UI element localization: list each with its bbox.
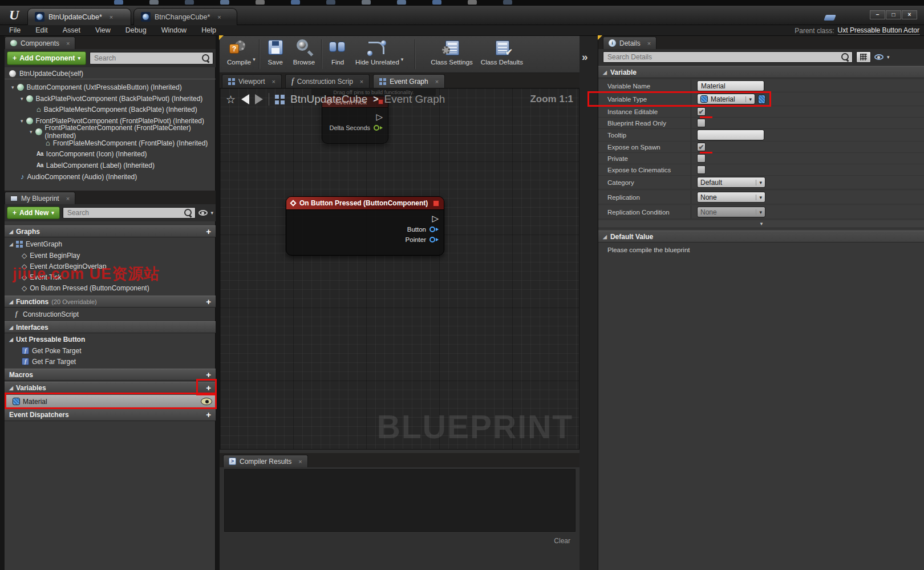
add-event-dispatcher-button[interactable]: + <box>206 411 211 419</box>
delegate-pin[interactable] <box>433 200 439 207</box>
close-tab-icon[interactable]: × <box>271 78 275 85</box>
asset-tab-btnupdatecube[interactable]: BtnUpdateCube* × <box>27 8 131 25</box>
variable-section-header[interactable]: ◢ Variable <box>598 66 924 78</box>
exec-output-pin[interactable]: ▷ <box>432 215 439 223</box>
breadcrumb-current[interactable]: Event Graph <box>384 93 445 106</box>
close-tab-icon[interactable]: × <box>435 78 439 85</box>
tree-row[interactable]: ▾FrontPlateCenterComponent (FrontPlateCe… <box>5 126 216 137</box>
parent-class-link[interactable]: Uxt Pressable Button Actor <box>838 26 919 35</box>
tab-compiler-results[interactable]: > Compiler Results × <box>223 455 308 467</box>
favorite-star-icon[interactable]: ☆ <box>226 93 236 106</box>
component-root-row[interactable]: BtnUpdateCube(self) <box>5 68 216 79</box>
tree-row[interactable]: AaIconComponent (Icon) (Inherited) <box>5 148 216 159</box>
close-button[interactable]: × <box>902 10 917 19</box>
add-macro-button[interactable]: + <box>206 371 211 379</box>
tree-row[interactable]: ♪AudioComponent (Audio) (Inherited) <box>5 171 216 182</box>
event-graph-canvas[interactable]: Drag off pins to build functionality. Ev… <box>220 88 579 450</box>
graphs-section-header[interactable]: ◢ Graphs + <box>5 225 216 237</box>
event-item[interactable]: ◇Event BeginPlay <box>5 250 216 261</box>
variable-type-dropdown[interactable]: Material ▾ <box>697 94 755 104</box>
event-dispatchers-section-header[interactable]: Event Dispatchers + <box>5 409 216 421</box>
asset-tab-btnchangecube[interactable]: BtnChangeCube* × <box>133 8 237 25</box>
close-tab-icon[interactable]: × <box>298 458 302 465</box>
expander-icon[interactable]: ▾ <box>11 84 14 90</box>
clear-button[interactable]: Clear <box>554 537 570 545</box>
maximize-button[interactable]: □ <box>886 10 901 19</box>
browse-button[interactable]: Browse <box>289 38 319 67</box>
add-new-button[interactable]: + Add New ▾ <box>7 207 60 219</box>
property-matrix-button[interactable] <box>856 51 871 63</box>
close-tab-icon[interactable]: × <box>647 40 651 47</box>
hide-unrelated-caret-icon[interactable]: ▾ <box>401 56 404 62</box>
save-button[interactable]: Save <box>262 38 289 67</box>
menu-edit[interactable]: Edit <box>35 26 48 34</box>
expander-icon[interactable]: ▾ <box>30 129 33 135</box>
add-component-button[interactable]: + Add Component ▾ <box>7 51 86 65</box>
forward-arrow-icon[interactable] <box>255 94 263 104</box>
compile-options-caret-icon[interactable]: ▾ <box>253 56 256 62</box>
advanced-expander[interactable]: ▾ <box>598 220 924 228</box>
close-tab-icon[interactable]: × <box>66 40 70 47</box>
menu-window[interactable]: Window <box>161 26 187 34</box>
hide-unrelated-button[interactable]: Hide Unrelated <box>351 38 403 67</box>
menu-view[interactable]: View <box>95 26 111 34</box>
instance-editable-checkbox[interactable]: ✔ <box>697 107 706 116</box>
tab-construction-script[interactable]: f Construction Scrip × <box>285 74 370 88</box>
minimize-button[interactable]: – <box>870 10 885 19</box>
class-settings-button[interactable]: Class Settings <box>427 38 477 67</box>
breadcrumb-root[interactable]: BtnUpdateCube <box>290 93 367 106</box>
add-variable-button[interactable]: + <box>206 384 211 392</box>
expander-icon[interactable]: ▾ <box>21 118 23 124</box>
object-output-pin[interactable] <box>429 227 439 232</box>
chevron-down-icon[interactable]: ▾ <box>887 54 890 60</box>
tree-row[interactable]: ▾ButtonComponent (UxtPressableButton) (I… <box>5 82 216 92</box>
toolbar-overflow-icon[interactable]: » <box>582 51 588 63</box>
private-checkbox[interactable] <box>697 154 706 163</box>
container-type-icon[interactable] <box>758 95 765 104</box>
my-blueprint-search-input[interactable] <box>63 207 196 219</box>
menu-asset[interactable]: Asset <box>63 26 80 34</box>
add-graph-button[interactable]: + <box>206 228 211 236</box>
expose-to-cinematics-checkbox[interactable] <box>697 165 706 174</box>
menu-help[interactable]: Help <box>201 26 216 34</box>
interface-group-header[interactable]: ◢ Uxt Pressable Button <box>5 333 216 345</box>
tree-row[interactable]: ⌂FrontPlateMeshComponent (FrontPlate) (I… <box>5 138 216 148</box>
tree-row[interactable]: ▾BackPlatePivotComponent (BackPlatePivot… <box>5 93 216 104</box>
functions-section-header[interactable]: ◢ Functions (20 Overridable) + <box>5 296 216 308</box>
compile-button[interactable]: ? Compile <box>223 38 255 67</box>
tab-viewport[interactable]: Viewport × <box>222 74 282 88</box>
menu-debug[interactable]: Debug <box>125 26 147 34</box>
menu-file[interactable]: File <box>9 26 21 34</box>
tab-event-graph[interactable]: Event Graph × <box>373 74 445 88</box>
replication-dropdown[interactable]: None▾ <box>697 192 765 203</box>
expander-icon[interactable]: ▾ <box>21 96 23 102</box>
interface-function-item[interactable]: fGet Poke Target <box>5 345 216 356</box>
close-tab-icon[interactable]: × <box>110 14 113 21</box>
details-search-input[interactable] <box>603 51 853 63</box>
back-arrow-icon[interactable] <box>241 94 249 104</box>
close-tab-icon[interactable]: × <box>360 78 363 85</box>
node-on-button-pressed[interactable]: On Button Pressed (ButtonComponent) ▷ Bu… <box>286 196 444 256</box>
exec-output-pin[interactable]: ▷ <box>376 113 383 121</box>
default-value-section-header[interactable]: ◢ Default Value <box>598 231 924 242</box>
expose-on-spawn-checkbox[interactable]: ✔ <box>697 143 706 151</box>
compiler-results-log[interactable] <box>224 469 576 532</box>
tooltip-input[interactable] <box>697 130 764 140</box>
object-output-pin[interactable] <box>429 237 439 242</box>
tab-details[interactable]: i Details × <box>603 37 656 49</box>
details-view-options-eye-icon[interactable] <box>874 54 884 60</box>
function-item-constructionscript[interactable]: fConstructionScript <box>5 309 216 320</box>
interface-function-item[interactable]: fGet Far Target <box>5 356 216 367</box>
close-tab-icon[interactable]: × <box>66 195 70 202</box>
interfaces-section-header[interactable]: ◢ Interfaces <box>5 321 216 333</box>
components-search-input[interactable] <box>90 52 213 64</box>
tree-row[interactable]: ⌂BackPlateMeshComponent (BackPlate) (Inh… <box>5 104 216 115</box>
variables-section-header[interactable]: ◢ Variables + <box>5 382 216 394</box>
class-defaults-button[interactable]: ✔ Class Defaults <box>477 38 527 67</box>
variable-item-material[interactable]: Material <box>5 395 216 408</box>
tab-my-blueprint[interactable]: My Blueprint × <box>5 192 75 204</box>
tree-row[interactable]: AaLabelComponent (Label) (Inherited) <box>5 160 216 171</box>
graph-item-eventgraph[interactable]: ◢EventGraph <box>5 238 216 249</box>
visibility-filter-icon[interactable] <box>198 210 208 216</box>
variable-name-input[interactable]: Material <box>697 80 764 91</box>
